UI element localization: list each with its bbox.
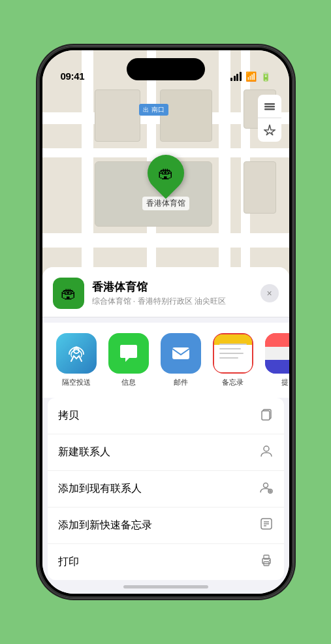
action-print[interactable]: 打印 xyxy=(48,544,284,580)
action-quick-note[interactable]: 添加到新快速备忘录 xyxy=(48,507,284,544)
new-contact-icon xyxy=(259,443,274,461)
battery-icon: 🔋 xyxy=(260,72,271,82)
phone-frame: 09:41 📶 🔋 xyxy=(39,46,293,598)
print-label: 打印 xyxy=(58,555,79,569)
venue-name: 香港体育馆 xyxy=(92,280,253,295)
home-indicator xyxy=(123,585,208,588)
sheet-header: 🏟 香港体育馆 综合体育馆 · 香港特别行政区 油尖旺区 × xyxy=(42,267,289,317)
stadium-marker[interactable]: 🏟 香港体育馆 xyxy=(142,155,189,210)
map-label: 出 南口 xyxy=(139,104,169,116)
notes-label: 备忘录 xyxy=(222,378,244,387)
notes-inner xyxy=(214,334,252,372)
notes-icon-wrap xyxy=(213,333,253,374)
share-more[interactable]: 提 xyxy=(259,333,289,387)
signal-icon xyxy=(230,72,242,81)
copy-icon xyxy=(259,407,274,425)
bottom-sheet: 🏟 香港体育馆 综合体育馆 · 香港特别行政区 油尖旺区 × xyxy=(42,267,289,594)
map-layers-button[interactable] xyxy=(258,95,281,118)
action-list: 拷贝 新建联系人 xyxy=(48,398,284,580)
more-label: 提 xyxy=(281,378,289,387)
svg-point-8 xyxy=(263,483,268,488)
svg-point-7 xyxy=(264,446,269,451)
share-notes[interactable]: 备忘录 xyxy=(207,333,259,387)
dynamic-island xyxy=(127,58,205,80)
more-icon-wrap xyxy=(265,333,289,374)
action-add-contact[interactable]: 添加到现有联系人 xyxy=(48,471,284,507)
airdrop-icon-wrap xyxy=(56,333,97,374)
share-actions-row: 隔空投送 信息 xyxy=(42,323,289,398)
mail-icon-wrap xyxy=(161,333,201,374)
map-controls xyxy=(258,95,281,142)
svg-rect-2 xyxy=(264,108,275,110)
print-icon xyxy=(259,553,274,571)
phone-screen: 09:41 📶 🔋 xyxy=(42,50,289,594)
add-contact-label: 添加到现有联系人 xyxy=(58,482,142,496)
svg-rect-6 xyxy=(262,411,270,420)
marker-icon-circle: 🏟 xyxy=(140,147,191,199)
wifi-icon: 📶 xyxy=(245,71,257,82)
mail-label: 邮件 xyxy=(174,378,188,387)
action-copy[interactable]: 拷贝 xyxy=(48,398,284,434)
svg-point-19 xyxy=(269,560,270,561)
quick-note-label: 添加到新快速备忘录 xyxy=(58,519,152,532)
message-icon-wrap xyxy=(108,333,149,374)
svg-rect-0 xyxy=(264,103,275,105)
stadium-icon: 🏟 xyxy=(158,164,174,182)
svg-rect-1 xyxy=(264,106,275,108)
venue-icon: 🏟 xyxy=(53,278,84,309)
location-button[interactable] xyxy=(258,118,281,142)
action-copy-label: 拷贝 xyxy=(58,409,79,423)
venue-desc: 综合体育馆 · 香港特别行政区 油尖旺区 xyxy=(92,296,253,307)
share-airdrop[interactable]: 隔空投送 xyxy=(50,333,102,387)
message-label: 信息 xyxy=(121,378,136,387)
share-mail[interactable]: 邮件 xyxy=(155,333,207,387)
airdrop-label: 隔空投送 xyxy=(62,378,91,387)
close-button[interactable]: × xyxy=(260,284,279,302)
share-message[interactable]: 信息 xyxy=(102,333,155,387)
svg-rect-4 xyxy=(172,347,189,359)
status-icons: 📶 🔋 xyxy=(230,71,271,82)
new-contact-label: 新建联系人 xyxy=(58,445,110,459)
status-time: 09:41 xyxy=(61,71,85,82)
venue-info: 香港体育馆 综合体育馆 · 香港特别行政区 油尖旺区 xyxy=(92,280,253,307)
quick-note-icon xyxy=(259,517,274,534)
add-contact-icon xyxy=(259,480,274,498)
action-new-contact[interactable]: 新建联系人 xyxy=(48,434,284,471)
